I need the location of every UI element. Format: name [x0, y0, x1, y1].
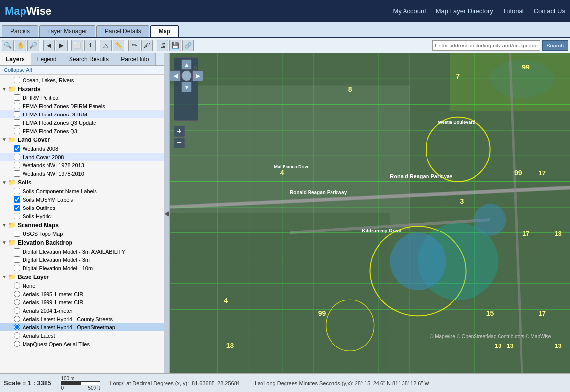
aerials-1995-radio[interactable]	[14, 291, 20, 297]
tab-layers[interactable]: Layers	[0, 53, 31, 65]
elevation-label: Elevation Backdrop	[18, 239, 72, 246]
layer-land-cover-2008[interactable]: Land Cover 2008	[0, 153, 164, 161]
layer-aerials-latest-county[interactable]: Aerials Latest Hybrid - County Streets	[0, 315, 164, 323]
svg-text:17: 17	[522, 230, 529, 237]
search-button[interactable]: Search	[542, 40, 568, 51]
sidebar-collapse-handle[interactable]: ◀	[164, 53, 170, 373]
layer-dem-10m[interactable]: Digital Elevation Model - 10m	[0, 264, 164, 272]
pan-tool[interactable]: ✋	[15, 40, 26, 51]
back-tool[interactable]: ◀	[43, 40, 55, 51]
pan-south-button[interactable]: ▼	[181, 82, 192, 92]
group-scanned-maps-header[interactable]: ▼ 📁 Scanned Maps	[0, 220, 164, 230]
layer-ocean[interactable]: Ocean, Lakes, Rivers	[0, 76, 164, 84]
layer-fema-q3-update[interactable]: FEMA Flood Zones Q3 Update	[0, 118, 164, 127]
layer-fema-dfirm[interactable]: FEMA Flood Zones DFIRM	[0, 110, 164, 118]
svg-text:13: 13	[226, 342, 234, 349]
soils-hydric-checkbox[interactable]	[14, 213, 20, 219]
group-base-layer-header[interactable]: ▼ 📁 Base Layer	[0, 272, 164, 281]
layer-dem-3m-avail[interactable]: Digital Elevation Model - 3m AVAILABILIT…	[0, 247, 164, 255]
measure-area-tool[interactable]: △	[100, 40, 112, 51]
layer-aerials-1995[interactable]: Aerials 1995 1-meter CIR	[0, 290, 164, 298]
soils-musym-checkbox[interactable]	[14, 196, 20, 203]
fema-q3-checkbox[interactable]	[14, 128, 20, 134]
dfirm-political-checkbox[interactable]	[14, 94, 20, 101]
map-area[interactable]: 99 7 8 99 17 4 3 13 17 13 13 4 99 15 17 …	[170, 53, 570, 373]
layer-usgs-topo[interactable]: USGS Topo Map	[0, 230, 164, 238]
layer-mapquest-aerial[interactable]: MapQuest Open Aerial Tiles	[0, 340, 164, 348]
aerials-latest-radio[interactable]	[14, 332, 20, 339]
wetlands-nwi-2013-checkbox[interactable]	[14, 162, 20, 168]
layer-aerials-latest-osm[interactable]: Aerials Latest Hybrid - OpenStreetmap	[0, 323, 164, 331]
wetlands-nwi-2010-checkbox[interactable]	[14, 170, 20, 177]
zoom-in-button[interactable]: +	[174, 126, 185, 137]
fema-dfirm-checkbox[interactable]	[14, 111, 20, 117]
tab-legend[interactable]: Legend	[31, 53, 63, 65]
measure-line-tool[interactable]: 📏	[113, 40, 124, 51]
share-tool[interactable]: 🔗	[182, 40, 194, 51]
pan-east-button[interactable]: ▶	[192, 70, 203, 81]
tab-parcel-details[interactable]: Parcel Details	[96, 25, 149, 37]
group-elevation-header[interactable]: ▼ 📁 Elevation Backdrop	[0, 238, 164, 247]
soils-component-checkbox[interactable]	[14, 188, 20, 194]
tutorial-link[interactable]: Tutorial	[503, 7, 524, 15]
layer-wetlands-nwi-2013[interactable]: Wetlands NWI 1978-2013	[0, 161, 164, 169]
zoom-in-tool[interactable]: 🔍	[2, 40, 14, 51]
dem-3m-avail-checkbox[interactable]	[14, 248, 20, 254]
none-radio[interactable]	[14, 282, 20, 289]
wetlands-2008-checkbox[interactable]	[14, 145, 20, 152]
map-layer-directory-link[interactable]: Map Layer Directory	[436, 7, 493, 15]
edit-tool[interactable]: 🖊	[141, 40, 153, 51]
pan-west-button[interactable]: ◀	[170, 70, 181, 81]
layer-wetlands-2008[interactable]: Wetlands 2008	[0, 144, 164, 153]
land-cover-2008-checkbox[interactable]	[14, 154, 20, 160]
layer-dfirm-political[interactable]: DFIRM Political	[0, 93, 164, 102]
tab-parcels[interactable]: Parcels	[2, 25, 38, 37]
layer-none[interactable]: None	[0, 281, 164, 290]
mapquest-aerial-radio[interactable]	[14, 341, 20, 347]
aerials-2004-radio[interactable]	[14, 307, 20, 314]
dem-3m-checkbox[interactable]	[14, 256, 20, 263]
fema-q3-update-checkbox[interactable]	[14, 119, 20, 126]
draw-tool[interactable]: ✏	[128, 40, 140, 51]
aerials-1999-radio[interactable]	[14, 299, 20, 305]
group-soils-header[interactable]: ▼ 📁 Soils	[0, 178, 164, 187]
group-land-cover-header[interactable]: ▼ 📁 Land Cover	[0, 135, 164, 144]
search-input[interactable]	[432, 40, 540, 51]
contact-us-link[interactable]: Contact Us	[534, 7, 565, 15]
layer-aerials-1999[interactable]: Aerials 1999 1-meter CIR	[0, 298, 164, 306]
identify-tool[interactable]: ℹ	[84, 40, 96, 51]
tab-search-results[interactable]: Search Results	[63, 53, 115, 65]
layer-aerials-2004[interactable]: Aerials 2004 1-meter	[0, 306, 164, 315]
group-hazards-header[interactable]: ▼ 📁 Hazards	[0, 84, 164, 93]
forward-tool[interactable]: ▶	[56, 40, 68, 51]
soils-outlines-checkbox[interactable]	[14, 205, 20, 211]
export-tool[interactable]: 💾	[169, 40, 181, 51]
print-tool[interactable]: 🖨	[157, 40, 168, 51]
ocean-checkbox[interactable]	[14, 77, 20, 83]
tab-map[interactable]: Map	[150, 25, 179, 37]
layer-soils-musym[interactable]: Soils MUSYM Labels	[0, 195, 164, 204]
zoom-out-button[interactable]: −	[174, 138, 185, 148]
layer-fema-dfirm-panels[interactable]: FEMA Flood Zones DFIRM Panels	[0, 102, 164, 110]
pan-center-button[interactable]: ·	[181, 70, 192, 81]
layer-soils-outlines[interactable]: Soils Outlines	[0, 204, 164, 212]
layer-soils-hydric[interactable]: Soils Hydric	[0, 212, 164, 220]
dem-10m-checkbox[interactable]	[14, 265, 20, 271]
tab-layer-manager[interactable]: Layer Manager	[39, 25, 95, 37]
layer-aerials-latest[interactable]: Aerials Latest	[0, 331, 164, 340]
aerials-latest-osm-radio[interactable]	[14, 324, 20, 330]
select-rect-tool[interactable]: ⬜	[71, 40, 83, 51]
usgs-topo-checkbox[interactable]	[14, 231, 20, 237]
collapse-all-button[interactable]: Collapse All	[0, 66, 164, 75]
fema-dfirm-panels-checkbox[interactable]	[14, 103, 20, 109]
my-account-link[interactable]: My Account	[393, 7, 426, 15]
layer-dem-3m[interactable]: Digital Elevation Model - 3m	[0, 255, 164, 264]
zoom-out-tool[interactable]: 🔎	[27, 40, 39, 51]
aerials-latest-county-radio[interactable]	[14, 316, 20, 322]
layer-soils-component[interactable]: Soils Component Name Labels	[0, 187, 164, 195]
pan-north-button[interactable]: ▲	[181, 59, 192, 70]
nav-links: My Account Map Layer Directory Tutorial …	[393, 7, 565, 15]
layer-wetlands-nwi-2010[interactable]: Wetlands NWI 1978-2010	[0, 169, 164, 178]
layer-fema-q3[interactable]: FEMA Flood Zones Q3	[0, 127, 164, 135]
tab-parcel-info[interactable]: Parcel Info	[115, 53, 155, 65]
